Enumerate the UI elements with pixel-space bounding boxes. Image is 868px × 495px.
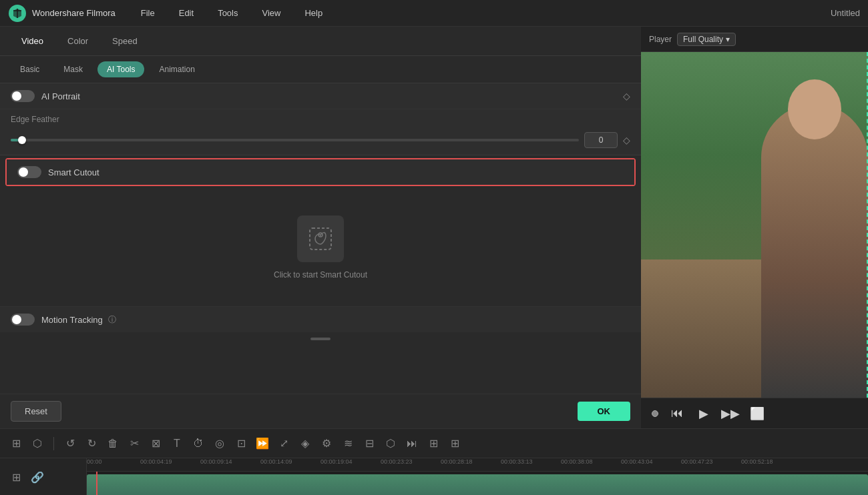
- motion-tracking-label: Motion Tracking: [41, 315, 103, 325]
- tl-timer-icon[interactable]: ⏱: [190, 436, 206, 452]
- ts-10: 00:00:47:23: [681, 458, 713, 465]
- smart-cutout-area[interactable]: Click to start Smart Cutout: [0, 189, 641, 306]
- tl-speed2-icon[interactable]: ⏭: [404, 436, 420, 452]
- subtab-mask[interactable]: Mask: [54, 61, 92, 77]
- subtab-ai-tools[interactable]: AI Tools: [97, 61, 144, 77]
- smart-cutout-track: [17, 166, 41, 178]
- ai-portrait-toggle[interactable]: [11, 90, 35, 102]
- menu-edit[interactable]: Edit: [174, 5, 199, 21]
- ts-4: 00:00:19:04: [320, 458, 353, 465]
- tl-merge-icon[interactable]: ⊡: [233, 436, 249, 452]
- playhead[interactable]: [96, 472, 97, 495]
- tl-delete-icon[interactable]: 🗑: [105, 436, 121, 452]
- tl-text-icon[interactable]: T: [169, 436, 185, 452]
- scroll-dot: [310, 338, 331, 340]
- add-track-icon[interactable]: ⊞: [8, 469, 24, 485]
- tl-transition-icon[interactable]: ⬡: [383, 436, 399, 452]
- motion-tracking-track: [11, 314, 35, 326]
- ai-portrait-track: [11, 90, 35, 102]
- motion-tracking-toggle[interactable]: [11, 314, 35, 326]
- selection-border: [734, 52, 868, 398]
- svg-rect-1: [310, 228, 331, 250]
- app-logo: Wondershare Filmora: [8, 4, 116, 23]
- tl-more-icon[interactable]: ⊞: [447, 436, 463, 452]
- ai-portrait-label: AI Portrait: [41, 91, 80, 101]
- ts-7: 00:00:33:13: [501, 458, 533, 465]
- step-back-button[interactable]: ⏮: [669, 406, 685, 422]
- ts-8: 00:00:38:08: [561, 458, 593, 465]
- slider-thumb[interactable]: [18, 136, 26, 144]
- tl-circle-icon[interactable]: ◎: [212, 436, 228, 452]
- stop-button[interactable]: ⬜: [749, 406, 765, 422]
- clip-block[interactable]: [87, 474, 868, 495]
- scroll-indicator: [0, 332, 641, 346]
- tl-filter-icon[interactable]: ⚙: [318, 436, 335, 452]
- reset-button[interactable]: Reset: [11, 401, 61, 422]
- player-controls: ⏮ ▶ ▶▶ ⬜: [641, 398, 868, 428]
- ok-button[interactable]: OK: [578, 402, 631, 421]
- tl-audio-icon[interactable]: ≋: [340, 436, 356, 452]
- edge-feather-label: Edge Feather: [11, 115, 630, 124]
- tl-divider-1: [53, 437, 54, 450]
- tl-group-icon[interactable]: ⊞: [8, 436, 24, 452]
- ts-5: 00:00:23:23: [381, 458, 413, 465]
- player-video: [641, 52, 868, 398]
- motion-tracking-help-icon[interactable]: ⓘ: [108, 314, 116, 326]
- right-panel: Player Full Quality ▾ ⏮ ▶ ▶▶ ⬜: [641, 27, 868, 428]
- tl-expand-icon[interactable]: ⤢: [276, 436, 292, 452]
- smart-cutout-label: Smart Cutout: [48, 167, 99, 177]
- quality-dropdown-icon: ▾: [726, 35, 730, 44]
- window-title: Untitled: [831, 8, 860, 18]
- track-controls: ⊞ 🔗: [0, 458, 87, 495]
- subtab-basic[interactable]: Basic: [11, 61, 49, 77]
- timeline-track: ⊞ 🔗 00:00 00:00:04:19 00:00:09:14 00:00:…: [0, 458, 868, 495]
- link-icon[interactable]: 🔗: [29, 469, 45, 485]
- edge-feather-slider[interactable]: [11, 139, 579, 141]
- tl-cut-icon[interactable]: ✂: [126, 436, 142, 452]
- tl-split-icon[interactable]: ⊟: [361, 436, 377, 452]
- tab-color[interactable]: Color: [57, 31, 99, 51]
- quality-select[interactable]: Full Quality ▾: [677, 33, 736, 46]
- tab-speed[interactable]: Speed: [101, 31, 148, 51]
- slider-diamond-icon: ◇: [623, 135, 630, 145]
- ts-9: 00:00:43:04: [621, 458, 653, 465]
- menu-tools[interactable]: Tools: [212, 5, 243, 21]
- tl-undo-icon[interactable]: ↺: [62, 436, 78, 452]
- ts-1: 00:00:04:19: [140, 458, 172, 465]
- smart-cutout-icon: [297, 215, 344, 262]
- smart-cutout-hint[interactable]: Click to start Smart Cutout: [274, 270, 367, 280]
- ts-11: 00:00:52:18: [741, 458, 773, 465]
- track-area: 00:00 00:00:04:19 00:00:09:14 00:00:14:0…: [87, 458, 868, 495]
- player-bar: Player Full Quality ▾: [641, 27, 868, 52]
- tl-speed-icon[interactable]: ⏩: [254, 436, 270, 452]
- edge-feather-container: Edge Feather: [0, 109, 641, 129]
- ts-3: 00:00:14:09: [260, 458, 292, 465]
- menu-view[interactable]: View: [256, 5, 286, 21]
- timeline-ruler: 00:00 00:00:04:19 00:00:09:14 00:00:14:0…: [87, 458, 868, 472]
- main-layout: Video Color Speed Basic Mask AI Tools An…: [0, 27, 868, 428]
- sub-tab-bar: Basic Mask AI Tools Animation: [0, 56, 641, 83]
- tab-video[interactable]: Video: [11, 31, 54, 51]
- tl-select-icon[interactable]: ⬡: [29, 436, 45, 452]
- menu-file[interactable]: File: [136, 5, 160, 21]
- video-preview: [641, 52, 868, 398]
- edge-feather-slider-row: 0 ◇: [0, 129, 641, 155]
- menu-help[interactable]: Help: [299, 5, 328, 21]
- menu-bar: Wondershare Filmora File Edit Tools View…: [0, 0, 868, 27]
- tl-redo-icon[interactable]: ↻: [83, 436, 99, 452]
- smart-cutout-thumb: [19, 167, 28, 177]
- play-button[interactable]: ▶: [696, 406, 712, 422]
- edge-feather-value[interactable]: 0: [584, 132, 618, 148]
- ai-portrait-thumb: [12, 91, 21, 101]
- ai-portrait-row: AI Portrait ◇: [0, 83, 641, 109]
- slider-track: [11, 139, 579, 141]
- subtab-animation[interactable]: Animation: [150, 61, 204, 77]
- fast-forward-button[interactable]: ▶▶: [722, 406, 738, 422]
- progress-circle[interactable]: [652, 410, 658, 417]
- tl-crop-icon[interactable]: ⊠: [148, 436, 164, 452]
- player-label: Player: [649, 35, 672, 44]
- tl-fill-icon[interactable]: ◈: [297, 436, 313, 452]
- smart-cutout-toggle[interactable]: [17, 166, 41, 178]
- timeline: ⊞ ⬡ ↺ ↻ 🗑 ✂ ⊠ T ⏱ ◎ ⊡ ⏩ ⤢ ◈ ⚙ ≋ ⊟ ⬡ ⏭ ⊞ …: [0, 428, 868, 495]
- tl-settings-icon[interactable]: ⊞: [425, 436, 441, 452]
